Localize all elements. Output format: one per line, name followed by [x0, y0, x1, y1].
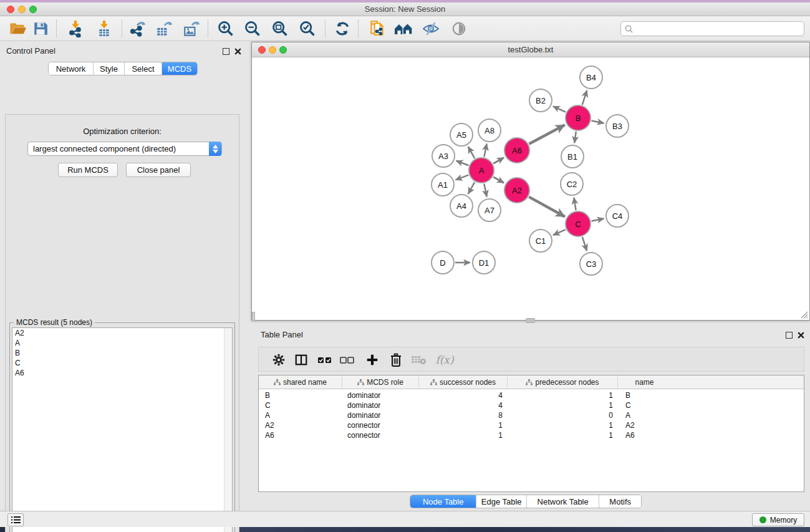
graph-node-a4[interactable]: A4	[450, 194, 473, 218]
tab-network-table[interactable]: Network Table	[527, 495, 599, 508]
tab-style[interactable]: Style	[94, 62, 125, 75]
graph-node-a6[interactable]: A6	[504, 137, 530, 163]
graph-edge-c-c3[interactable]	[582, 237, 587, 251]
graph-node-c1[interactable]: C1	[529, 229, 552, 253]
graph-edge-b-b2[interactable]	[553, 106, 566, 112]
graph-edge-c-c2[interactable]	[574, 198, 576, 211]
column-header-predecessor-nodes[interactable]: predecessor nodes	[508, 375, 618, 389]
result-scrollbar[interactable]	[224, 328, 232, 532]
criterion-dropdown[interactable]: largest connected component (directed)	[27, 142, 222, 156]
home-layout-icon[interactable]	[394, 19, 413, 38]
graph-node-d[interactable]: D	[431, 251, 455, 274]
export-network-icon[interactable]	[128, 19, 147, 38]
graph-node-c2[interactable]: C2	[560, 172, 584, 196]
memory-button[interactable]: Memory	[752, 513, 804, 526]
graph-node-b[interactable]: B	[565, 105, 591, 131]
graph-node-a8[interactable]: A8	[478, 118, 501, 142]
graph-node-a7[interactable]: A7	[478, 198, 501, 222]
add-column-icon[interactable]	[364, 351, 381, 369]
open-session-icon[interactable]	[8, 19, 27, 38]
float-panel-icon[interactable]	[223, 48, 229, 55]
import-table-icon[interactable]	[95, 19, 113, 38]
graph-node-c[interactable]: C	[565, 211, 591, 237]
export-table-icon[interactable]	[155, 19, 173, 38]
refresh-icon[interactable]	[333, 19, 352, 38]
search-field[interactable]	[620, 21, 804, 36]
delete-table-icon[interactable]	[410, 351, 428, 369]
close-panel-button[interactable]: Close panel	[126, 163, 191, 177]
graph-edge-a-a8[interactable]	[484, 144, 486, 157]
graph-edge-a-a5[interactable]	[468, 147, 475, 158]
table-row[interactable]: A2connector11A2	[259, 420, 804, 430]
graph-edge-c-c1[interactable]	[553, 230, 566, 235]
column-header-shared-name[interactable]: shared name	[259, 375, 342, 389]
zoom-out-icon[interactable]	[243, 19, 262, 38]
clone-network-icon[interactable]	[368, 19, 387, 38]
graph-edge-a-a6[interactable]	[493, 158, 504, 163]
tab-node-table[interactable]: Node Table	[410, 495, 476, 508]
table-options-icon[interactable]	[270, 351, 287, 369]
select-all-columns-icon[interactable]	[316, 351, 334, 369]
graph-node-b1[interactable]: B1	[561, 145, 584, 168]
table-row[interactable]: A6connector11A6	[259, 430, 804, 440]
close-panel-icon[interactable]	[234, 48, 241, 55]
zoom-in-icon[interactable]	[216, 19, 235, 38]
graph-edge-a-a7[interactable]	[484, 184, 486, 197]
graph-edge-a2-c[interactable]	[529, 197, 565, 217]
graph-node-b3[interactable]: B3	[605, 114, 629, 138]
graph-edge-a6-b[interactable]	[529, 125, 564, 143]
run-mcds-button[interactable]: Run MCDS	[58, 163, 118, 177]
result-item[interactable]: B	[12, 348, 232, 358]
hide-details-icon[interactable]	[422, 19, 440, 38]
result-item[interactable]: A6	[12, 368, 232, 378]
tab-motifs[interactable]: Motifs	[599, 495, 641, 508]
close-table-panel-icon[interactable]	[798, 332, 804, 339]
graph-edge-b-b4[interactable]	[582, 90, 587, 105]
tab-edge-table[interactable]: Edge Table	[476, 495, 527, 508]
function-builder-icon[interactable]: f(x)	[432, 351, 457, 369]
result-item[interactable]: C	[12, 358, 232, 368]
zoom-fit-icon[interactable]	[271, 19, 289, 38]
show-details-icon[interactable]	[450, 19, 468, 38]
float-table-panel-icon[interactable]	[786, 332, 793, 339]
graph-node-a1[interactable]: A1	[431, 173, 455, 196]
window-resize-grip[interactable]	[799, 310, 808, 319]
save-session-icon[interactable]	[31, 19, 50, 38]
graph-edge-b-b1[interactable]	[574, 132, 576, 143]
column-header-mcds-role[interactable]: MCDS role	[342, 375, 419, 389]
tab-network[interactable]: Network	[49, 62, 94, 75]
graph-edge-c-c4[interactable]	[592, 218, 604, 221]
graph-edge-a-a3[interactable]	[456, 161, 469, 165]
canvas-splitter-handle[interactable]	[252, 312, 255, 321]
graph-node-c3[interactable]: C3	[579, 252, 603, 276]
graph-edge-a-a4[interactable]	[468, 182, 475, 194]
unselect-all-columns-icon[interactable]	[339, 351, 356, 369]
mcds-result-list[interactable]: A2ABCA6	[12, 327, 233, 532]
graph-node-b4[interactable]: B4	[579, 65, 603, 89]
graph-node-c4[interactable]: C4	[605, 204, 629, 228]
graph-node-d1[interactable]: D1	[472, 251, 496, 274]
tab-mcds[interactable]: MCDS	[162, 62, 197, 75]
delete-columns-icon[interactable]	[387, 351, 405, 369]
export-image-icon[interactable]	[182, 19, 201, 38]
graph-node-a3[interactable]: A3	[432, 144, 455, 168]
network-canvas[interactable]: B4B2BB3A8A5A6A3B1AA1C2A2A4A7C4CC1C3DD1	[252, 57, 809, 320]
graph-node-b2[interactable]: B2	[529, 89, 552, 112]
graph-node-a2[interactable]: A2	[504, 177, 530, 203]
tab-select[interactable]: Select	[125, 62, 162, 75]
task-history-button[interactable]	[7, 513, 24, 526]
network-window-titlebar[interactable]: testGlobe.txt	[252, 42, 809, 57]
search-input[interactable]	[635, 23, 800, 34]
column-header-name[interactable]: name	[618, 375, 671, 389]
zoom-selected-icon[interactable]	[298, 19, 317, 38]
graph-edge-b-b3[interactable]	[592, 120, 604, 123]
import-network-icon[interactable]	[66, 19, 85, 38]
graph-node-a5[interactable]: A5	[450, 123, 473, 147]
graph-edge-a-a2[interactable]	[493, 177, 504, 183]
graph-edge-a-a1[interactable]	[456, 175, 469, 180]
table-row[interactable]: Bdominator41B	[259, 390, 804, 400]
column-header-successor-nodes[interactable]: successor nodes	[419, 375, 508, 389]
result-item[interactable]: A2	[12, 328, 232, 338]
graph-node-a[interactable]: A	[468, 157, 494, 183]
show-column-icon[interactable]	[292, 351, 310, 369]
